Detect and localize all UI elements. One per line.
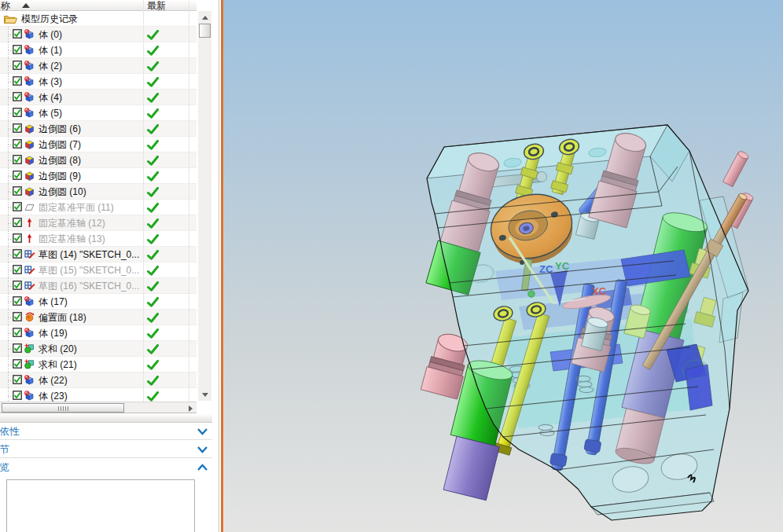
tree-header[interactable]: 名称 最新 xyxy=(0,0,197,11)
tree-row[interactable]: 体 (2) xyxy=(0,58,197,74)
chevron-up-icon[interactable] xyxy=(197,463,208,472)
tree-row[interactable]: 体 (22) xyxy=(0,372,197,388)
feature-label[interactable]: 体 (23) xyxy=(39,390,68,402)
feature-label[interactable]: 草图 (14) "SKETCH_0... xyxy=(39,248,139,262)
tree-root-row[interactable]: 模型历史记录 xyxy=(0,11,197,27)
feature-checkbox[interactable] xyxy=(13,343,22,355)
feature-checkbox[interactable] xyxy=(13,202,22,214)
tree-row[interactable]: 边倒圆 (10) xyxy=(0,184,197,200)
feature-checkbox[interactable] xyxy=(13,76,22,88)
feature-label[interactable]: 偏置面 (18) xyxy=(39,311,86,325)
tree-row[interactable]: 体 (19) xyxy=(0,325,197,341)
tree-row[interactable]: 固定基准轴 (13) xyxy=(0,231,197,247)
tree-row[interactable]: 边倒圆 (8) xyxy=(0,152,197,168)
feature-checkbox[interactable] xyxy=(13,139,22,151)
tree-row[interactable]: 草图 (15) "SKETCH_0... xyxy=(0,262,197,278)
tree-row[interactable]: 固定基准平面 (11) xyxy=(0,200,197,215)
section-preview[interactable]: 预览 xyxy=(0,459,212,476)
feature-label[interactable]: 体 (0) xyxy=(39,28,62,42)
latest-status xyxy=(147,203,159,215)
feature-label[interactable]: 体 (1) xyxy=(39,44,62,57)
enabled-checkbox-icon xyxy=(13,202,22,211)
feature-checkbox[interactable] xyxy=(13,375,22,387)
tree-row[interactable]: 体 (4) xyxy=(0,90,197,105)
section-details[interactable]: 细节 xyxy=(0,441,212,458)
tree-horizontal-scrollbar[interactable] xyxy=(0,402,197,413)
feature-checkbox[interactable] xyxy=(13,265,22,277)
feature-checkbox[interactable] xyxy=(13,359,22,371)
tree-row[interactable]: 体 (0) xyxy=(0,27,197,42)
feature-checkbox[interactable] xyxy=(13,328,22,339)
tree-row[interactable]: 求和 (21) xyxy=(0,357,197,372)
feature-checkbox[interactable] xyxy=(13,155,22,167)
scroll-right-button[interactable] xyxy=(186,403,196,413)
feature-checkbox[interactable] xyxy=(13,92,22,104)
feature-label[interactable]: 固定基准平面 (11) xyxy=(39,201,114,215)
feature-label[interactable]: 体 (2) xyxy=(39,60,62,73)
feature-label[interactable]: 边倒圆 (8) xyxy=(39,154,81,167)
tree-row[interactable]: 体 (17) xyxy=(0,294,197,310)
feature-checkbox[interactable] xyxy=(13,186,22,198)
feature-label[interactable]: 体 (3) xyxy=(39,75,62,89)
feature-label[interactable]: 体 (4) xyxy=(39,91,62,105)
tree-row[interactable]: 体 (3) xyxy=(0,74,197,90)
tree-row[interactable]: 体 (5) xyxy=(0,105,197,121)
feature-label[interactable]: 边倒圆 (6) xyxy=(39,123,81,136)
feature-label[interactable]: 边倒圆 (10) xyxy=(39,185,86,199)
column-separator xyxy=(189,0,189,402)
latest-status xyxy=(147,156,159,168)
up-to-date-check-icon xyxy=(147,61,159,72)
tree-row[interactable]: 边倒圆 (9) xyxy=(0,168,197,184)
feature-checkbox[interactable] xyxy=(13,61,22,72)
feature-checkbox[interactable] xyxy=(13,296,22,308)
tree-row[interactable]: 固定基准轴 (12) xyxy=(0,215,197,231)
latest-column-header[interactable]: 最新 xyxy=(147,0,166,11)
tree-row[interactable]: 草图 (16) "SKETCH_0... xyxy=(0,278,197,294)
up-to-date-check-icon xyxy=(147,156,159,166)
feature-label[interactable]: 边倒圆 (7) xyxy=(39,138,81,152)
tree-row[interactable]: 边倒圆 (7) xyxy=(0,137,197,152)
tree-row[interactable]: 草图 (14) "SKETCH_0... xyxy=(0,247,197,262)
name-column-header[interactable]: 名称 xyxy=(0,0,10,11)
sort-ascending-icon[interactable] xyxy=(22,3,30,8)
panel-splitter[interactable] xyxy=(0,414,212,423)
feature-label[interactable]: 求和 (20) xyxy=(39,343,77,356)
tree-row[interactable]: 求和 (20) xyxy=(0,341,197,357)
tree-row[interactable]: 偏置面 (18) xyxy=(0,310,197,325)
chevron-down-icon[interactable] xyxy=(197,445,208,454)
section-dependencies[interactable]: 相依性 xyxy=(0,423,212,440)
feature-checkbox[interactable] xyxy=(13,29,22,41)
chevron-down-icon[interactable] xyxy=(197,427,208,436)
enabled-checkbox-icon xyxy=(13,61,22,70)
feature-label[interactable]: 体 (22) xyxy=(39,374,68,387)
tree-row[interactable]: 体 (1) xyxy=(0,42,197,58)
feature-checkbox[interactable] xyxy=(13,312,22,324)
feature-checkbox[interactable] xyxy=(13,108,22,119)
scroll-down-button[interactable] xyxy=(198,388,211,401)
graphics-viewport[interactable]: YC ZC XC xyxy=(223,0,783,532)
feature-label[interactable]: 草图 (16) "SKETCH_0... xyxy=(39,280,139,293)
feature-checkbox[interactable] xyxy=(13,249,22,261)
feature-label[interactable]: 边倒圆 (9) xyxy=(39,170,81,183)
tree-vertical-scrollbar[interactable] xyxy=(198,11,211,401)
feature-label[interactable]: 草图 (15) "SKETCH_0... xyxy=(39,264,139,277)
feature-label[interactable]: 固定基准轴 (12) xyxy=(39,217,105,230)
feature-label[interactable]: 固定基准轴 (13) xyxy=(39,233,105,246)
feature-checkbox[interactable] xyxy=(13,281,22,292)
feature-label[interactable]: 体 (17) xyxy=(39,295,68,309)
tree-row[interactable]: 体 (23) xyxy=(0,388,197,402)
feature-checkbox[interactable] xyxy=(13,233,22,245)
feature-checkbox[interactable] xyxy=(13,171,22,182)
feature-label[interactable]: 求和 (21) xyxy=(39,358,77,372)
horizontal-scrollbar-thumb[interactable] xyxy=(2,403,124,413)
vertical-scrollbar-thumb[interactable] xyxy=(199,24,211,38)
scroll-up-button[interactable] xyxy=(198,11,211,24)
feature-label[interactable]: 体 (5) xyxy=(39,107,62,120)
feature-checkbox[interactable] xyxy=(13,391,22,402)
feature-checkbox[interactable] xyxy=(13,218,22,229)
feature-checkbox[interactable] xyxy=(13,123,22,135)
tree-row[interactable]: 边倒圆 (6) xyxy=(0,121,197,137)
latest-status xyxy=(147,234,159,247)
feature-label[interactable]: 体 (19) xyxy=(39,327,68,340)
feature-checkbox[interactable] xyxy=(13,45,22,57)
